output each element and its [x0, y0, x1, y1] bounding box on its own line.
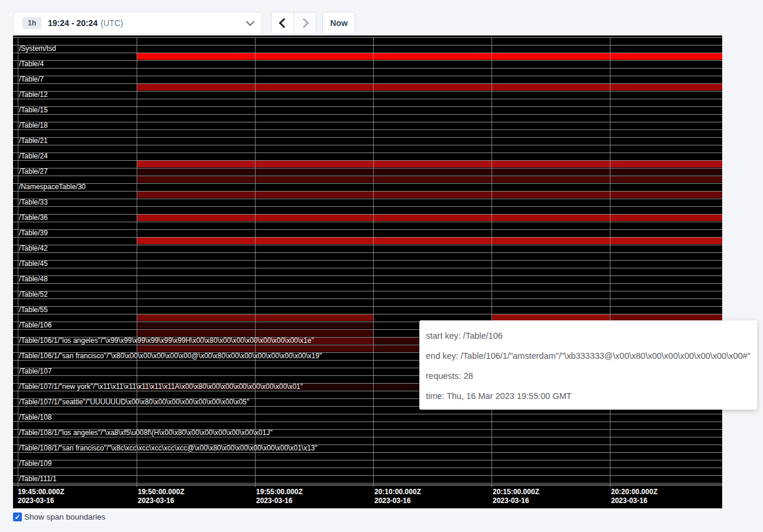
- row-key-label: /Table/108/1/"los angeles"/"\xa8\xf5\u00…: [19, 429, 273, 437]
- row-boundary-line: [13, 460, 722, 460]
- row-boundary-line: [13, 283, 722, 284]
- row-boundary-line: [13, 421, 722, 422]
- axis-tick-date: 2023-03-16: [256, 497, 292, 505]
- row-boundary-line: [13, 106, 722, 107]
- row-boundary-line: [13, 68, 722, 69]
- row-boundary-line: [13, 37, 722, 38]
- time-gridline: [373, 37, 374, 487]
- row-boundary-line: [13, 306, 722, 307]
- activity-band: [137, 215, 722, 221]
- row-key-label: /Table/111/1: [19, 475, 57, 483]
- row-boundary-line: [13, 437, 722, 437]
- tooltip-end-key: end key: /Table/106/1/"amsterdam"/"\xb33…: [426, 346, 751, 366]
- row-boundary-line: [13, 153, 722, 153]
- activity-band: [137, 53, 722, 60]
- row-boundary-line: [13, 60, 722, 61]
- now-button-label: Now: [330, 18, 348, 28]
- row-boundary-line: [13, 483, 722, 484]
- row-boundary-line: [13, 122, 722, 122]
- row-boundary-line: [13, 299, 722, 299]
- row-key-label: /Table/15: [19, 106, 48, 114]
- row-boundary-line: [13, 229, 722, 230]
- row-boundary-line: [13, 468, 722, 468]
- next-range-button-disabled[interactable]: [294, 12, 316, 34]
- footer: ✓ Show span boundaries: [13, 512, 105, 523]
- heatmap[interactable]: /System/tsd/Table/4/Table/7/Table/12/Tab…: [13, 35, 722, 508]
- axis-tick-time: 20:10:00.000Z: [374, 488, 421, 496]
- row-boundary-line: [13, 414, 722, 414]
- row-boundary-line: [13, 275, 722, 276]
- row-boundary-line: [13, 183, 722, 184]
- activity-band: [137, 192, 722, 198]
- time-gridline: [18, 37, 18, 487]
- row-key-label: /Table/106/1/"san francisco"/"\x80\x00\x…: [19, 352, 322, 360]
- row-key-label: /Table/109: [19, 460, 51, 468]
- tooltip-time: time: Thu, 16 Mar 2023 19:55:00 GMT: [426, 386, 751, 406]
- time-range-dropdown[interactable]: 1h 19:24 - 20:24 (UTC): [13, 12, 262, 34]
- row-boundary-line: [13, 245, 722, 245]
- row-boundary-line: [13, 76, 722, 76]
- axis-tick-time: 19:45:00.000Z: [18, 488, 64, 496]
- duration-badge: 1h: [22, 17, 41, 29]
- chevron-left-icon: [279, 18, 289, 28]
- row-key-label: /Table/27: [19, 168, 48, 176]
- row-key-label: /Table/52: [19, 291, 48, 299]
- row-boundary-line: [13, 99, 722, 99]
- row-boundary-line: [13, 199, 722, 199]
- axis-tick-time: 20:20:00.000Z: [611, 488, 658, 496]
- now-button[interactable]: Now: [322, 12, 355, 34]
- show-span-boundaries-checkbox[interactable]: ✓: [13, 512, 22, 521]
- activity-band: [137, 176, 722, 183]
- axis-tick-date: 2023-03-16: [493, 497, 529, 505]
- row-boundary-line: [13, 114, 722, 115]
- row-key-label: /Table/48: [19, 275, 48, 283]
- row-key-label: /Table/33: [19, 199, 48, 206]
- row-key-label: /NamespaceTable/30: [19, 183, 86, 191]
- row-boundary-line: [13, 91, 722, 92]
- row-key-label: /Table/21: [19, 137, 48, 145]
- row-key-label: /Table/12: [19, 91, 48, 99]
- activity-band: [137, 161, 722, 167]
- row-key-label: /Table/45: [19, 260, 48, 268]
- tooltip-requests: requests: 28: [426, 366, 751, 386]
- row-key-label: /Table/18: [19, 122, 48, 129]
- axis-tick-time: 19:50:00.000Z: [138, 488, 185, 496]
- row-boundary-line: [13, 252, 722, 253]
- axis-boundary-line: [13, 485, 722, 485]
- prev-range-button[interactable]: [271, 12, 294, 34]
- row-key-label: /Table/55: [19, 306, 48, 314]
- row-key-label: /Table/42: [19, 245, 48, 252]
- axis-tick-date: 2023-03-16: [18, 497, 54, 505]
- row-key-label: /Table/107/1/"seattle"/"UUUUUUD\x00\x80\…: [19, 398, 249, 406]
- row-key-label: /Table/107/1/"new york"/"\x11\x11\x11\x1…: [19, 383, 303, 391]
- time-nav-group: [271, 12, 316, 34]
- time-gridline: [137, 37, 137, 487]
- axis-tick-date: 2023-03-16: [611, 497, 647, 505]
- bucket-tooltip: start key: /Table/106 end key: /Table/10…: [419, 320, 757, 410]
- row-key-label: /Table/4: [19, 60, 44, 68]
- row-key-label: /Table/106: [19, 322, 51, 329]
- activity-band: [137, 168, 722, 175]
- row-key-label: /Table/108/1/"san francisco"/"\x8c\xcc\x…: [19, 445, 318, 452]
- time-gridline: [492, 37, 492, 487]
- row-key-label: /System/tsd: [19, 45, 56, 53]
- row-key-label: /Table/36: [19, 214, 48, 222]
- show-span-boundaries-label: Show span boundaries: [24, 512, 105, 523]
- row-key-label: /Table/106/1/"los angeles"/"\x99\x99\x99…: [19, 337, 314, 345]
- row-boundary-line: [13, 129, 722, 130]
- time-gridline: [610, 37, 610, 487]
- row-key-label: /Table/24: [19, 153, 48, 160]
- row-boundary-line: [13, 260, 722, 261]
- chevron-right-icon: [299, 18, 309, 28]
- activity-band: [137, 238, 722, 244]
- time-range-text: 19:24 - 20:24: [48, 18, 98, 28]
- tooltip-start-key: start key: /Table/106: [426, 326, 751, 346]
- row-boundary-line: [13, 291, 722, 291]
- row-boundary-line: [13, 268, 722, 268]
- row-boundary-line: [13, 206, 722, 207]
- row-boundary-line: [13, 45, 722, 46]
- timezone-label: (UTC): [101, 18, 123, 28]
- chevron-down-icon: [246, 18, 254, 26]
- axis-tick-time: 19:55:00.000Z: [256, 488, 303, 496]
- row-key-label: /Table/7: [19, 76, 44, 83]
